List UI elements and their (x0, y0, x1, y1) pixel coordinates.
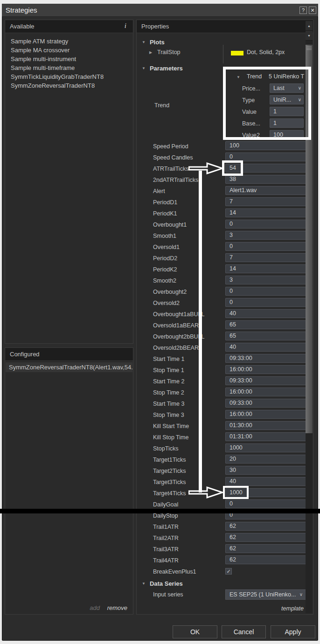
apply-button[interactable]: Apply (271, 625, 315, 638)
parameter-label: PeriodK1 (153, 210, 177, 217)
parameter-label: ATRTrailTicks (153, 166, 188, 172)
parameter-value-field[interactable]: 16:00:00 (225, 365, 306, 374)
parameter-value-field[interactable]: 14 (225, 208, 306, 217)
parameter-value-field[interactable]: 3 (225, 276, 306, 284)
trend-subrow: Value2 100∨ (225, 130, 307, 141)
available-header: Available i (5, 20, 133, 33)
scrollbar[interactable]: ▲ ▼ (306, 21, 313, 613)
scrollbar-thumb[interactable] (306, 45, 313, 433)
parameter-row: Stop Time 2 16:00:00 (137, 388, 306, 399)
available-strategy-item[interactable]: Sample MA crossover (5, 46, 133, 55)
parameter-value-field[interactable]: 01:31:00 (225, 432, 306, 441)
parameter-value-field[interactable]: 100 (225, 141, 306, 150)
parameter-row: Target3Ticks 40 (137, 477, 306, 488)
parameter-label: Target1Ticks (153, 457, 186, 463)
trend-row-label: Trend (154, 102, 169, 109)
parameter-value-field[interactable]: 0 (225, 499, 306, 508)
trend-subrow-field[interactable]: 1∨ (270, 107, 304, 116)
close-icon[interactable]: ✕ (309, 7, 316, 14)
help-icon[interactable]: ? (299, 7, 307, 14)
parameter-value-field[interactable]: 0 (225, 298, 306, 307)
add-link[interactable]: add (90, 604, 100, 611)
parameter-row: Oversold1aBEAR 65 (137, 320, 306, 332)
expand-arrow-icon[interactable]: ▶ (149, 50, 152, 55)
parameter-value-field[interactable]: 40 (225, 343, 306, 352)
parameter-label: Start Time 3 (153, 401, 184, 407)
parameter-value-field[interactable]: 09:33:00 (225, 376, 306, 385)
parameter-value-field[interactable]: 01:30:00 (225, 421, 306, 430)
plot-color-swatch[interactable] (231, 51, 243, 55)
trend-subrow-field[interactable]: 1∨ (270, 118, 304, 128)
trend-group-header[interactable]: ▼ Trend 5 UniRenko T (225, 71, 307, 83)
parameter-value-field[interactable]: 0 (225, 242, 306, 251)
parameter-value-field[interactable]: 65 (225, 332, 306, 340)
trend-subrow: Base... 1∨ (225, 118, 307, 130)
scroll-up-icon[interactable]: ▲ (306, 21, 313, 31)
parameter-label: Oversold1aBEAR (153, 322, 199, 329)
available-strategy-item[interactable]: Sample multi-timeframe (5, 63, 133, 72)
dataseries-section-header[interactable]: ▼Data Series (142, 579, 183, 588)
parameters-section-header[interactable]: ▼Parameters (142, 64, 183, 72)
parameter-value-field[interactable]: 16:00:00 (225, 388, 306, 396)
info-icon[interactable]: i (125, 22, 126, 30)
available-strategy-item[interactable]: SymmZoneReversalTraderNT8 (5, 81, 133, 90)
parameter-label: Target4Ticks (153, 490, 186, 497)
template-link[interactable]: template (281, 605, 304, 612)
parameter-value-field[interactable]: 7 (225, 253, 306, 262)
parameter-value-field[interactable]: 62 (225, 533, 306, 542)
parameter-row: Smooth2 3 (137, 276, 306, 287)
parameter-value-field[interactable]: 62 (225, 555, 306, 564)
parameter-value-field[interactable]: 14 (225, 264, 306, 273)
trend-subrow-field[interactable]: UniR...∨ (270, 95, 304, 104)
parameter-value-field[interactable]: 09:33:00 (225, 354, 306, 363)
chevron-down-icon: ∨ (298, 84, 301, 92)
parameter-value-field[interactable]: 54 (225, 164, 306, 173)
parameters-section-label: Parameters (150, 65, 183, 72)
parameter-value-field[interactable]: 0 (225, 287, 306, 296)
parameter-row: Target1Ticks 20 (137, 455, 306, 466)
trend-group-name: Trend (247, 73, 262, 80)
configured-strategy-item[interactable]: SymmZoneReversalTraderNT8(Alert1.wav,54.… (6, 362, 132, 372)
parameter-value-field[interactable]: 0 (225, 152, 306, 161)
scroll-down-icon[interactable]: ▼ (306, 31, 313, 41)
parameter-value-field[interactable]: 40 (225, 477, 306, 486)
collapse-arrow-icon: ▼ (142, 40, 146, 44)
parameter-row: Trail2ATR 62 (137, 533, 306, 544)
breakeven-checkbox[interactable]: ✓ (225, 568, 232, 575)
parameter-value-field[interactable]: 7 (225, 197, 306, 206)
parameter-row: Target4Ticks 1000 (137, 488, 306, 499)
parameter-value-field[interactable]: 09:33:00 (225, 399, 306, 408)
parameter-value-field[interactable]: 40 (225, 309, 306, 318)
parameter-row: Stop Time 3 16:00:00 (137, 410, 306, 421)
parameter-value-field[interactable]: 0 (225, 511, 306, 519)
trend-subrow-value: 1 (273, 107, 277, 116)
available-strategy-item[interactable]: SymmTickLiquidityGrabTraderNT8 (5, 72, 133, 81)
input-series-dropdown[interactable]: ES SEP25 (1 UniRenko... ∨ (225, 589, 306, 600)
parameter-value-field[interactable]: 62 (225, 522, 306, 531)
parameter-value-field[interactable]: 1000 (225, 443, 306, 452)
parameter-value-field[interactable]: 1000 (225, 488, 306, 497)
parameter-value-field[interactable]: Alert1.wav (225, 186, 306, 195)
trailstop-row[interactable]: ▶ TrailStop Dot, Solid, 2px (137, 47, 306, 61)
plots-section-header[interactable]: ▼Plots (142, 38, 165, 46)
parameter-value-field[interactable]: 3 (225, 231, 306, 240)
trend-subrow-field[interactable]: 100∨ (270, 130, 304, 139)
parameter-label: PeriodD1 (153, 199, 177, 206)
parameter-value-field[interactable]: 20 (225, 455, 306, 464)
available-strategy-item[interactable]: Sample ATM strategy (5, 37, 133, 46)
ok-button[interactable]: OK (173, 625, 217, 638)
parameter-value-field[interactable]: 38 (225, 175, 306, 184)
trend-subrow-field[interactable]: Last∨ (270, 83, 304, 93)
available-strategy-item[interactable]: Sample multi-instrument (5, 55, 133, 63)
parameter-value-field[interactable]: 0 (225, 220, 306, 229)
cancel-button[interactable]: Cancel (222, 625, 266, 638)
parameter-value-field[interactable]: 62 (225, 544, 306, 553)
parameter-value-field[interactable]: 16:00:00 (225, 410, 306, 419)
parameter-label: DailyGoal (153, 501, 178, 508)
parameter-row: Overbought2bBULL 65 (137, 332, 306, 343)
parameter-value-field[interactable]: 30 (225, 466, 306, 475)
parameter-value-field[interactable]: 65 (225, 320, 306, 329)
remove-link[interactable]: remove (107, 604, 127, 611)
trend-group: ▼ Trend 5 UniRenko T Price... Last∨ Type… (225, 71, 307, 141)
parameter-label: Stop Time 2 (153, 389, 184, 396)
